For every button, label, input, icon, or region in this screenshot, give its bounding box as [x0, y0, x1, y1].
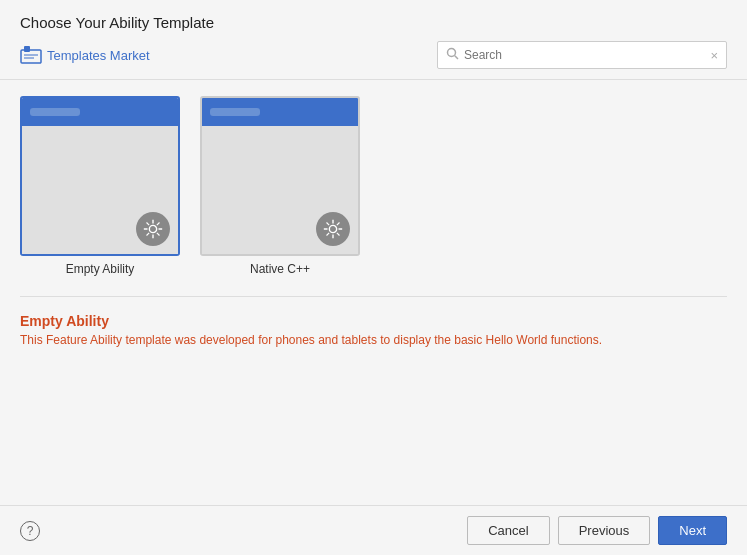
- templates-grid: Empty Ability C++: [20, 96, 727, 276]
- next-button[interactable]: Next: [658, 516, 727, 545]
- header-bar-pill: [30, 108, 80, 116]
- search-box: ×: [437, 41, 727, 69]
- template-name-empty-ability: Empty Ability: [66, 262, 135, 276]
- description-text: This Feature Ability template was develo…: [20, 333, 727, 347]
- dialog-content: Empty Ability C++: [0, 80, 747, 505]
- market-icon: [20, 45, 42, 65]
- templates-market-label: Templates Market: [47, 48, 150, 63]
- template-badge-empty: [136, 212, 170, 246]
- template-card-native-cpp[interactable]: C++: [200, 96, 360, 276]
- templates-market-link[interactable]: Templates Market: [20, 45, 150, 65]
- footer-left: ?: [20, 521, 40, 541]
- search-input[interactable]: [464, 48, 710, 62]
- search-clear-icon[interactable]: ×: [710, 48, 718, 63]
- svg-rect-1: [24, 46, 30, 52]
- footer-buttons: Cancel Previous Next: [467, 516, 727, 545]
- template-preview-empty-ability: [20, 96, 180, 256]
- help-icon[interactable]: ?: [20, 521, 40, 541]
- ability-icon-cpp: [322, 218, 344, 240]
- template-preview-native-cpp: C++: [200, 96, 360, 256]
- header-bar-pill-cpp: [210, 108, 260, 116]
- template-header-bar-cpp: [202, 98, 358, 126]
- template-name-native-cpp: Native C++: [250, 262, 310, 276]
- description-section: Empty Ability This Feature Ability templ…: [20, 296, 727, 347]
- dialog-footer: ? Cancel Previous Next: [0, 505, 747, 555]
- toolbar-row: Templates Market ×: [20, 41, 727, 69]
- svg-rect-0: [21, 50, 41, 63]
- choose-template-dialog: Choose Your Ability Template Templates M…: [0, 0, 747, 555]
- template-card-empty-ability[interactable]: Empty Ability: [20, 96, 180, 276]
- cancel-button[interactable]: Cancel: [467, 516, 549, 545]
- template-badge-cpp: [316, 212, 350, 246]
- dialog-header: Choose Your Ability Template Templates M…: [0, 0, 747, 80]
- svg-point-4: [448, 49, 456, 57]
- previous-button[interactable]: Previous: [558, 516, 651, 545]
- dialog-title: Choose Your Ability Template: [20, 14, 727, 31]
- template-header-bar: [22, 98, 178, 126]
- description-title: Empty Ability: [20, 313, 727, 329]
- svg-line-5: [455, 56, 458, 59]
- search-icon: [446, 47, 459, 63]
- ability-icon: [142, 218, 164, 240]
